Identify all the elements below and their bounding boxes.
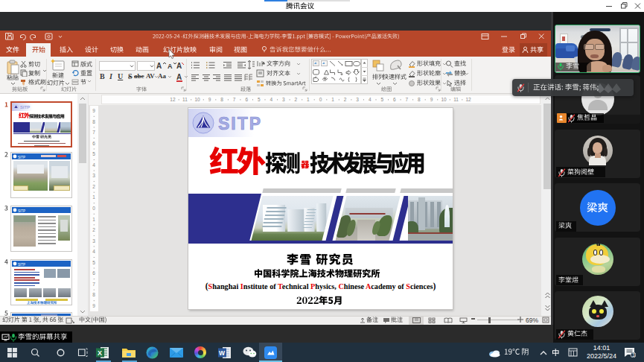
svg-text:1: 1: [92, 217, 95, 222]
svg-text:3: 3: [282, 97, 285, 102]
svg-text:SITP: SITP: [18, 209, 25, 213]
svg-text:2: 2: [295, 97, 298, 102]
svg-text:X: X: [98, 349, 102, 357]
svg-text:SITP: SITP: [20, 105, 30, 109]
svg-text:SITP: SITP: [218, 114, 262, 133]
svg-text:6: 6: [245, 97, 248, 102]
svg-text:3: 3: [632, 352, 635, 358]
svg-text:5: 5: [258, 97, 261, 102]
svg-text:12: 12: [465, 97, 471, 102]
svg-text:4: 4: [369, 97, 372, 102]
svg-text:8: 8: [92, 292, 95, 297]
svg-text:7: 7: [92, 282, 95, 287]
svg-text:2: 2: [344, 97, 347, 102]
svg-text:5: 5: [92, 260, 95, 265]
svg-text:3: 3: [92, 238, 95, 244]
svg-text:0: 0: [319, 97, 322, 102]
svg-text:9: 9: [92, 108, 95, 113]
svg-text:5: 5: [92, 151, 95, 156]
svg-text:8: 8: [220, 97, 223, 102]
svg-text:12: 12: [170, 97, 176, 102]
svg-text:9: 9: [208, 97, 211, 102]
svg-text:9: 9: [430, 97, 433, 102]
svg-text:0: 0: [92, 206, 95, 211]
svg-text:7: 7: [233, 97, 236, 102]
svg-text:7: 7: [92, 130, 95, 135]
svg-text:2: 2: [92, 184, 95, 189]
svg-text:1: 1: [92, 194, 95, 200]
svg-text:3: 3: [356, 97, 359, 102]
svg-text:6: 6: [92, 270, 95, 276]
svg-text:4: 4: [92, 162, 95, 168]
svg-text:W: W: [219, 349, 226, 357]
svg-text:SITP: SITP: [18, 156, 25, 159]
svg-text:2: 2: [92, 227, 95, 232]
svg-text:8: 8: [92, 119, 95, 124]
svg-text:6: 6: [92, 141, 95, 146]
svg-text:5: 5: [380, 97, 383, 102]
svg-text:11: 11: [182, 97, 188, 102]
svg-text:4: 4: [270, 97, 272, 102]
svg-text:11: 11: [453, 97, 459, 102]
svg-text:7: 7: [406, 97, 409, 102]
svg-text:3: 3: [92, 173, 95, 178]
svg-text:10: 10: [194, 97, 200, 102]
svg-text:10: 10: [441, 97, 447, 102]
svg-text:9: 9: [92, 303, 95, 308]
svg-text:8: 8: [418, 97, 421, 102]
svg-text:SITP: SITP: [18, 263, 25, 267]
svg-text:4: 4: [92, 249, 95, 254]
svg-text:6: 6: [393, 97, 396, 102]
svg-text:1: 1: [331, 97, 334, 102]
svg-text:1: 1: [307, 97, 310, 102]
